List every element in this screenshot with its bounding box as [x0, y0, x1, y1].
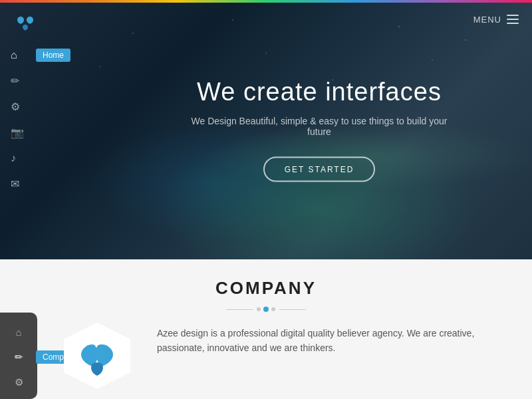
company-sidebar-home[interactable]: ⌂	[0, 321, 37, 344]
company-sidebar-camera[interactable]: 📷	[0, 396, 37, 399]
sidebar-item-mail[interactable]: ✉	[0, 171, 37, 197]
sidebar-item-settings[interactable]: ⚙	[0, 94, 37, 120]
sidebar-item-home[interactable]: ⌂ Home	[0, 43, 37, 68]
company-title: COMPANY	[215, 278, 317, 299]
get-started-button[interactable]: GET STARTED	[263, 157, 376, 182]
hero-title: We create interfaces	[186, 78, 452, 106]
dot-accent	[263, 307, 269, 312]
company-home-icon: ⌂	[15, 327, 21, 338]
company-description: Azee design is a professional digital qu…	[144, 313, 532, 399]
pen-icon: ✏	[11, 74, 19, 87]
hero-content: We create interfaces We Design Beautiful…	[186, 78, 452, 182]
camera-icon: 📷	[11, 126, 24, 139]
company-logo-hex-container	[51, 313, 144, 399]
company-sidebar: ⌂ ✏ Company ⚙ 📷	[0, 313, 37, 399]
home-icon: ⌂	[11, 49, 17, 61]
sidebar-item-design[interactable]: ✏	[0, 68, 37, 94]
dot-1	[257, 307, 261, 311]
logo[interactable]	[13, 7, 37, 31]
divider-line-right	[279, 309, 306, 310]
company-logo-hex	[64, 323, 130, 389]
company-sidebar-design[interactable]: ✏ Company	[0, 345, 37, 369]
gear-icon: ⚙	[11, 100, 20, 113]
sidebar-item-music[interactable]: ♪	[0, 146, 37, 171]
top-header: MENU	[0, 3, 532, 36]
mail-icon: ✉	[11, 178, 19, 190]
hamburger-icon	[507, 15, 519, 24]
menu-label: MENU	[473, 15, 501, 25]
sidebar-item-camera[interactable]: 📷	[0, 120, 37, 146]
menu-button[interactable]: MENU	[473, 15, 519, 25]
hero-subtitle: We Design Beautiful, simple & easy to us…	[186, 116, 452, 137]
sidebar-home-label: Home	[36, 49, 70, 62]
hero-section: MENU ⌂ Home ✏ ⚙ 📷 ♪ ✉ We cr	[0, 0, 532, 259]
company-gear-icon: ⚙	[15, 376, 23, 388]
hero-sidebar: ⌂ Home ✏ ⚙ 📷 ♪ ✉	[0, 36, 37, 259]
company-sidebar-settings[interactable]: ⚙	[0, 370, 37, 394]
company-section: COMPANY ⌂ ✏ Company ⚙ 📷	[0, 259, 532, 399]
company-bottom: ⌂ ✏ Company ⚙ 📷 Azee d	[0, 313, 532, 399]
dot-3	[271, 307, 275, 311]
divider-dots	[257, 307, 275, 312]
company-divider	[226, 307, 306, 312]
music-icon: ♪	[11, 152, 16, 164]
company-pen-icon: ✏	[15, 351, 23, 363]
divider-line-left	[226, 309, 253, 310]
rainbow-bar	[0, 0, 532, 3]
